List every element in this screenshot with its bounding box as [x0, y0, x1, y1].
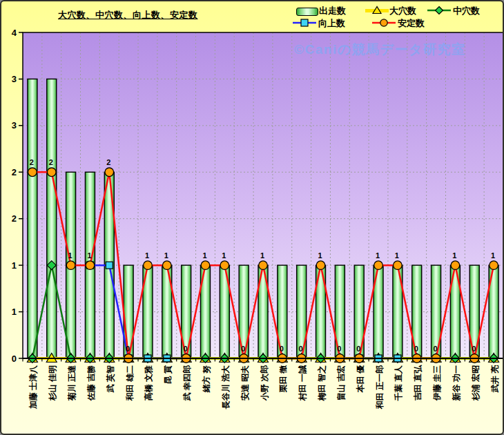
watermark: ©Caniの競馬データ研究室: [294, 42, 466, 57]
legend-square-icon: [292, 18, 317, 28]
legend-label-chuuana: 中穴数: [453, 5, 480, 17]
x-axis-label: 伊藤 圭三: [432, 365, 442, 401]
data-label: 1: [395, 251, 399, 260]
y-axis-tick-label: 1: [12, 260, 17, 271]
x-axis-label: 菊川 正達: [67, 365, 77, 401]
data-label: 1: [68, 251, 72, 260]
data-label: 1: [318, 251, 322, 260]
data-label: 1: [452, 251, 456, 260]
data-label: 0: [414, 345, 418, 353]
data-label: 0: [184, 345, 188, 353]
legend-diamond-icon: [427, 6, 452, 15]
data-label: 1: [260, 251, 264, 260]
circle-marker: [105, 168, 114, 177]
circle-marker: [374, 261, 383, 270]
legend-label-shussou: 出走数: [319, 5, 346, 17]
legend-circle-icon: [371, 18, 396, 28]
x-axis-label: 新谷 功一: [452, 365, 461, 401]
data-label: 1: [164, 251, 168, 260]
x-axis-label: 杉山 佳明: [48, 365, 57, 401]
legend-label-ooana: 大穴数: [389, 5, 416, 17]
x-axis-label: 和田 正一郎: [375, 365, 385, 409]
circle-marker: [47, 168, 56, 177]
data-label: 0: [337, 345, 341, 353]
circle-marker: [220, 261, 229, 270]
data-label: 0: [241, 345, 245, 353]
bar-shussou: [28, 79, 37, 358]
data-label: 0: [126, 345, 130, 353]
data-label: 0: [299, 345, 303, 353]
y-axis-tick-label: 3: [12, 74, 17, 84]
x-axis-label: 小野 次郎: [260, 365, 269, 401]
x-axis-label: 千葉 直人: [394, 365, 403, 401]
x-axis-label: 吉田 直弘: [413, 365, 423, 400]
x-axis-label: 梅田 智之: [317, 365, 327, 401]
bar-shussou: [47, 79, 57, 358]
circle-marker: [86, 261, 95, 270]
legend-label-antei: 安定数: [398, 17, 425, 30]
circle-marker: [66, 261, 75, 270]
x-axis-label: 武井 亮: [490, 365, 500, 393]
chart-title: 大穴数、中穴数、向上数、安定数: [58, 9, 198, 21]
data-label: 1: [222, 251, 226, 260]
circle-marker: [163, 261, 172, 270]
data-label: 0: [472, 345, 476, 353]
x-axis-label: 武 幸四郎: [182, 365, 192, 401]
square-marker: [106, 262, 113, 269]
x-axis-label: 武 英智: [106, 365, 115, 393]
x-axis-label: 本田 優: [356, 365, 365, 393]
circle-marker: [451, 261, 460, 270]
x-axis-label: 栗田 徹: [278, 365, 288, 393]
x-axis-label: 杉浦 宏昭: [471, 365, 481, 401]
x-axis-label: 緒方 努: [202, 365, 211, 393]
x-axis-label: 佐藤 吉勝: [86, 365, 96, 401]
data-label: 1: [202, 251, 206, 260]
legend-label-koujou: 向上数: [318, 17, 345, 30]
circle-marker: [394, 261, 403, 270]
y-axis-tick-label: 4: [12, 28, 17, 38]
y-axis-tick-label: 2: [12, 213, 17, 224]
circle-marker: [144, 261, 153, 270]
circle-marker: [259, 261, 268, 270]
x-axis-label: 村田 一誠: [298, 365, 307, 401]
data-label: 1: [87, 251, 91, 260]
x-axis-label: 加藤 士津八: [28, 365, 38, 409]
circle-marker: [316, 261, 325, 270]
x-axis-label: 安達 昭夫: [240, 365, 250, 400]
data-label: 0: [433, 345, 437, 353]
circle-marker: [490, 261, 498, 270]
data-label: 2: [106, 158, 110, 166]
data-label: 1: [145, 251, 149, 260]
legend-triangle-icon: [365, 6, 389, 15]
data-label: 1: [491, 251, 495, 260]
legend-bar-swatch-icon: [296, 8, 318, 16]
data-label: 0: [356, 345, 360, 353]
plot-area: ©Caniの競馬データ研究室22112011011010010011001014…: [1, 1, 504, 435]
x-axis-label: 畠山 吉宏: [336, 365, 346, 400]
y-axis-tick-label: 2: [12, 167, 17, 177]
circle-marker: [28, 168, 37, 177]
y-axis-tick-label: 3: [12, 120, 17, 130]
data-label: 2: [30, 158, 34, 166]
x-axis-label: 昆 貢: [163, 365, 173, 384]
y-axis-tick-label: 0: [12, 354, 17, 364]
x-axis-label: 和田 雄二: [125, 365, 135, 401]
circle-marker: [201, 261, 210, 270]
x-axis-label: 長谷川 浩大: [221, 365, 231, 409]
y-axis-tick-label: 1: [12, 307, 17, 317]
x-axis-label: 高橋 文雅: [144, 365, 153, 400]
chart-frame: ©Caniの競馬データ研究室22112011011010010011001014…: [0, 0, 504, 435]
data-label: 0: [280, 345, 284, 353]
data-label: 1: [376, 251, 380, 260]
data-label: 2: [49, 158, 53, 166]
